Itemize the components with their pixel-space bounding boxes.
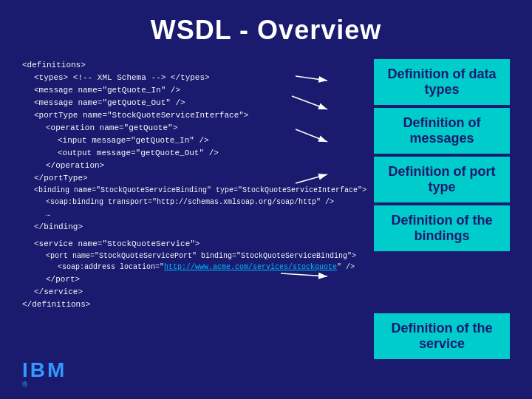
code-line: </binding> <box>22 221 366 233</box>
code-line: <binding name="StockQuoteServiceBinding"… <box>22 185 366 197</box>
slide: WSDL - Overview <definitions> <types> <!… <box>0 0 532 399</box>
label-messages: Definition of messages <box>374 108 510 154</box>
code-block: <definitions> <types> <!-- XML Schema --… <box>22 59 374 362</box>
code-line: <soap:binding transport="http://schemas.… <box>22 197 366 208</box>
code-line: </portType> <box>22 172 366 185</box>
code-line: <definitions> <box>22 59 366 72</box>
code-line: <operation name="getQuote"> <box>22 122 366 134</box>
code-line: <portType name="StockQuoteServiceInterfa… <box>22 109 366 122</box>
ibm-logo-text: IBM <box>22 360 66 381</box>
code-line: <soap:address location="http://www.acme.… <box>22 262 366 273</box>
code-line: </definitions> <box>22 299 366 311</box>
label-data-types: Definition of data types <box>374 59 510 105</box>
label-bindings: Definition of the bindings <box>374 205 510 251</box>
slide-title: WSDL - Overview <box>22 15 510 46</box>
code-line: <service name="StockQuoteService"> <box>22 238 366 250</box>
soap-address-link[interactable]: http://www.acme.com/services/stockquote <box>164 263 337 271</box>
code-line: </port> <box>22 273 366 286</box>
code-line: <input message="getQuote_In" /> <box>22 134 366 147</box>
code-line: <types> <!-- XML Schema --> </types> <box>22 72 366 84</box>
code-line: <message name="getQuote_In" /> <box>22 84 366 97</box>
code-line: <message name="getQuote_Out" /> <box>22 97 366 109</box>
label-service: Definition of the service <box>374 313 510 359</box>
code-line: </operation> <box>22 160 366 172</box>
labels-area: Definition of data types Definition of m… <box>374 59 510 362</box>
code-line: </service> <box>22 286 366 299</box>
label-port-type: Definition of port type <box>374 157 510 202</box>
code-line: <output message="getQuote_Out" /> <box>22 147 366 160</box>
code-line: <port name="StockQuoteServicePort" bindi… <box>22 250 366 262</box>
code-line: … <box>22 208 366 220</box>
content-area: <definitions> <types> <!-- XML Schema --… <box>22 59 510 362</box>
ibm-logo: IBM ® <box>22 360 66 389</box>
ibm-logo-dot: ® <box>22 381 27 389</box>
